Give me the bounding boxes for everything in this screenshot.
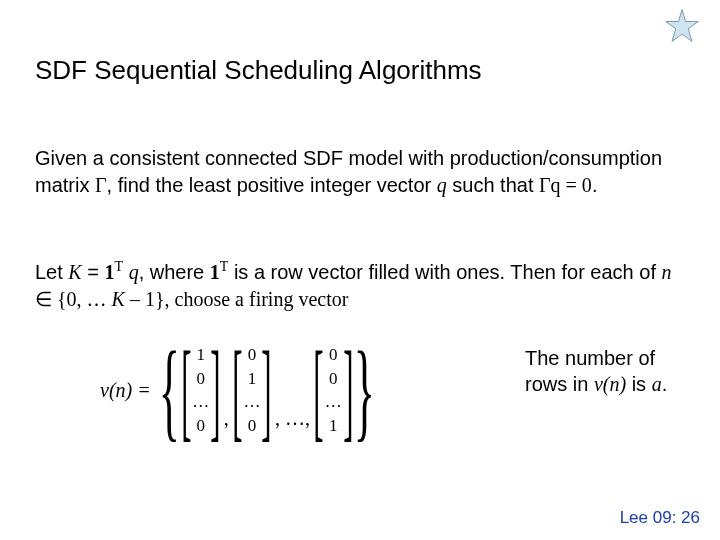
entry: 0 bbox=[196, 417, 205, 434]
left-bracket: [ bbox=[181, 349, 191, 432]
equation-display: v(n) = { [ 1 0 … 0 ] , [ 0 1 … 0 ] , …, … bbox=[100, 325, 510, 455]
text: . bbox=[662, 373, 668, 395]
column-vector-1: 1 0 … 0 bbox=[190, 342, 211, 438]
gamma-symbol: Γ bbox=[95, 174, 107, 196]
left-bracket: [ bbox=[313, 349, 323, 432]
right-bracket: ] bbox=[262, 349, 272, 432]
column-vector-2: 0 1 … 0 bbox=[241, 342, 262, 438]
equation-inline: Γq = 0 bbox=[539, 174, 592, 196]
paragraph-1: Given a consistent connected SDF model w… bbox=[35, 145, 680, 199]
left-bracket: [ bbox=[232, 349, 242, 432]
entry: … bbox=[325, 393, 342, 410]
column-vector-last: 0 0 … 1 bbox=[323, 342, 344, 438]
entry: 0 bbox=[329, 346, 338, 363]
left-brace: { bbox=[159, 346, 180, 434]
text: Let bbox=[35, 261, 68, 283]
ones-vector: 1 bbox=[105, 261, 115, 283]
var-q: q bbox=[129, 261, 139, 283]
star-icon bbox=[664, 8, 700, 44]
text: . bbox=[592, 174, 598, 196]
text: ∈ {0, … bbox=[35, 288, 112, 310]
entry: 0 bbox=[329, 370, 338, 387]
entry: 1 bbox=[248, 370, 257, 387]
text: , where bbox=[139, 261, 210, 283]
text: , find the least positive integer vector bbox=[107, 174, 437, 196]
equation-lhs: v(n) = bbox=[100, 379, 157, 402]
ellipsis: , …, bbox=[271, 407, 314, 430]
entry: 1 bbox=[329, 417, 338, 434]
text: such that bbox=[447, 174, 539, 196]
entry: 1 bbox=[196, 346, 205, 363]
var-K: K bbox=[112, 288, 125, 310]
paragraph-2: Let K = 1T q, where 1T is a row vector f… bbox=[35, 258, 680, 313]
entry: 0 bbox=[248, 346, 257, 363]
entry: … bbox=[192, 393, 209, 410]
right-brace: } bbox=[354, 346, 375, 434]
ones-vector: 1 bbox=[210, 261, 220, 283]
entry: … bbox=[243, 393, 260, 410]
text: – 1}, choose a firing vector bbox=[125, 288, 348, 310]
var-n: n bbox=[662, 261, 672, 283]
slide-title: SDF Sequential Scheduling Algorithms bbox=[35, 55, 482, 86]
vector-set: { [ 1 0 … 0 ] , [ 0 1 … 0 ] , …, [ 0 0 …… bbox=[157, 342, 377, 438]
text: is bbox=[626, 373, 652, 395]
slide-footer: Lee 09: 26 bbox=[620, 508, 700, 528]
transpose: T bbox=[115, 259, 124, 274]
side-note: The number of rows in v(n) is a. bbox=[525, 345, 695, 397]
right-bracket: ] bbox=[343, 349, 353, 432]
var-vn: v(n) bbox=[594, 373, 626, 395]
entry: 0 bbox=[196, 370, 205, 387]
text: is a row vector filled with ones. Then f… bbox=[228, 261, 661, 283]
entry: 0 bbox=[248, 417, 257, 434]
right-bracket: ] bbox=[210, 349, 220, 432]
comma: , bbox=[220, 407, 233, 430]
text: = bbox=[82, 261, 105, 283]
var-q: q bbox=[437, 174, 447, 196]
var-K: K bbox=[68, 261, 81, 283]
svg-marker-0 bbox=[666, 10, 698, 42]
var-a: a bbox=[652, 373, 662, 395]
